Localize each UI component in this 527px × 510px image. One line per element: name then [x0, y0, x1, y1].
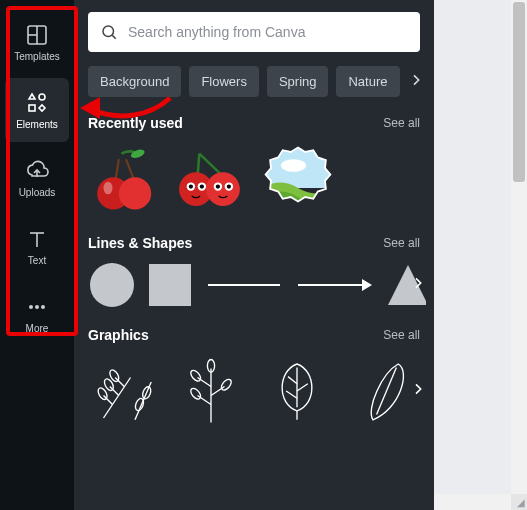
svg-point-39 [189, 369, 203, 383]
sidebar-item-uploads[interactable]: Uploads [5, 146, 69, 210]
shape-circle[interactable] [88, 261, 136, 309]
section-graphics: Graphics See all [88, 327, 420, 429]
sidebar-item-more[interactable]: More [5, 282, 69, 346]
sidebar-nav: Templates Elements Uploads Text [0, 0, 74, 510]
uploads-icon [25, 159, 49, 183]
chip-row: Background Flowers Spring Nature [88, 66, 420, 97]
sidebar-item-elements[interactable]: Elements [5, 78, 69, 142]
canvas-area[interactable]: ◢ [434, 0, 527, 510]
svg-rect-4 [29, 105, 35, 111]
svg-point-37 [189, 387, 203, 401]
svg-point-23 [227, 184, 231, 188]
chevron-right-icon[interactable] [408, 72, 420, 92]
more-icon [25, 295, 49, 319]
resize-handle-icon: ◢ [517, 498, 525, 508]
svg-point-6 [35, 305, 39, 309]
scrollbar-horizontal[interactable] [434, 494, 511, 510]
section-recently-used: Recently used See all [88, 115, 420, 217]
elements-icon [25, 91, 49, 115]
sidebar-item-label: More [26, 323, 49, 334]
chip-spring[interactable]: Spring [267, 66, 329, 97]
shape-arrow-line[interactable] [294, 261, 374, 309]
shapes-grid [88, 261, 420, 309]
svg-point-17 [189, 184, 193, 188]
svg-point-8 [103, 26, 114, 37]
svg-point-15 [206, 172, 240, 206]
see-all-link[interactable]: See all [383, 328, 420, 342]
svg-point-25 [281, 159, 306, 172]
chevron-right-icon[interactable] [410, 381, 426, 401]
section-header: Graphics See all [88, 327, 420, 343]
svg-point-19 [200, 184, 204, 188]
svg-point-3 [39, 94, 45, 100]
section-header: Recently used See all [88, 115, 420, 131]
chip-background[interactable]: Background [88, 66, 181, 97]
svg-point-10 [130, 148, 146, 160]
sidebar-item-label: Uploads [19, 187, 56, 198]
scrollbar-corner: ◢ [511, 494, 527, 510]
section-header: Lines & Shapes See all [88, 235, 420, 251]
svg-marker-30 [362, 279, 372, 291]
svg-point-7 [41, 305, 45, 309]
graphics-grid [88, 353, 420, 429]
svg-rect-27 [149, 264, 191, 306]
svg-line-9 [112, 35, 115, 38]
svg-point-26 [90, 263, 134, 307]
chip-nature[interactable]: Nature [336, 66, 399, 97]
svg-point-38 [220, 378, 234, 392]
search-box[interactable] [88, 12, 420, 52]
graphic-leaf[interactable] [259, 353, 335, 429]
element-cherry-face[interactable] [174, 141, 250, 217]
see-all-link[interactable]: See all [383, 236, 420, 250]
sidebar-item-label: Elements [16, 119, 58, 130]
graphic-branch-2[interactable] [174, 353, 250, 429]
section-title: Lines & Shapes [88, 235, 192, 251]
svg-point-5 [29, 305, 33, 309]
svg-point-12 [119, 177, 151, 209]
chevron-right-icon[interactable] [410, 275, 426, 295]
chip-flowers[interactable]: Flowers [189, 66, 259, 97]
search-icon [100, 23, 118, 41]
scrollbar-vertical[interactable] [511, 0, 527, 494]
text-icon [25, 227, 49, 251]
sidebar-item-templates[interactable]: Templates [5, 10, 69, 74]
see-all-link[interactable]: See all [383, 116, 420, 130]
section-title: Graphics [88, 327, 149, 343]
section-title: Recently used [88, 115, 183, 131]
shape-line[interactable] [204, 261, 284, 309]
templates-icon [25, 23, 49, 47]
graphic-branch-1[interactable] [88, 353, 164, 429]
element-scenery-badge[interactable] [260, 141, 336, 217]
section-lines-shapes: Lines & Shapes See all [88, 235, 420, 309]
element-cherry-pair[interactable] [88, 141, 164, 217]
sidebar-item-label: Text [28, 255, 46, 266]
svg-point-21 [216, 184, 220, 188]
app-root: Templates Elements Uploads Text [0, 0, 527, 510]
graphic-surfboard[interactable] [345, 353, 421, 429]
svg-point-13 [104, 182, 113, 195]
shape-square[interactable] [146, 261, 194, 309]
sidebar-item-text[interactable]: Text [5, 214, 69, 278]
recent-grid [88, 141, 420, 217]
sidebar-item-label: Templates [14, 51, 60, 62]
elements-panel: Background Flowers Spring Nature Recentl… [74, 0, 434, 510]
search-input[interactable] [128, 24, 408, 40]
svg-point-35 [134, 397, 145, 411]
